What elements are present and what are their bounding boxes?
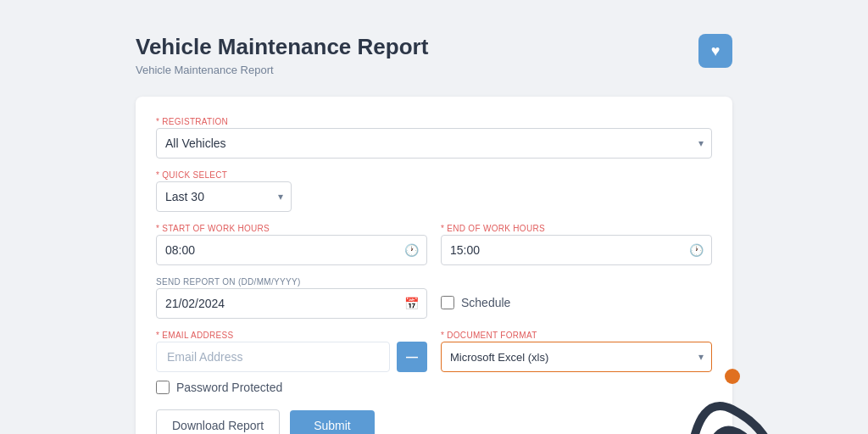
start-hours-label: * START OF WORK HOURS (156, 224, 427, 233)
email-col: * Email Address — (156, 331, 427, 372)
heart-icon: ♥ (711, 42, 721, 60)
start-hours-col: * START OF WORK HOURS 🕐 (156, 224, 427, 265)
end-hours-input-wrapper: 🕐 (441, 235, 712, 265)
form-card: * REGISTRATION All Vehicles ▾ * QUICK SE… (136, 97, 732, 434)
download-report-button[interactable]: Download Report (156, 409, 280, 434)
page-subtitle: Vehicle Maintenance Report (136, 64, 732, 76)
email-document-row: * Email Address — * DOCUMENT FORMAT Micr… (156, 331, 712, 372)
password-protected-checkbox[interactable] (156, 381, 170, 394)
email-input-wrapper (156, 342, 390, 372)
logo-dot (725, 369, 740, 384)
send-report-col: SEND REPORT ON (DD/MM/YYYY) 📅 (156, 277, 427, 319)
page-wrapper: ♥ Vehicle Maintenance Report Vehicle Mai… (0, 0, 868, 434)
password-protected-label: Password Protected (176, 381, 282, 394)
page-title: Vehicle Maintenance Report (136, 34, 732, 60)
document-format-wrapper: Microsoft Excel (xls) PDF CSV ▾ (441, 342, 712, 372)
submit-button[interactable]: Submit (290, 410, 375, 434)
registration-field-group: * REGISTRATION All Vehicles ▾ (156, 117, 712, 159)
password-row: Password Protected (156, 381, 712, 394)
end-hours-col: * END OF WORK HOURS 🕐 (441, 224, 712, 265)
schedule-col: Schedule (441, 277, 712, 319)
quick-select-col: * QUICK SELECT Last 30 Last 7 days Last … (156, 170, 292, 212)
document-format-select[interactable]: Microsoft Excel (xls) PDF CSV (441, 342, 712, 372)
favourite-button[interactable]: ♥ (698, 34, 732, 68)
registration-label: * REGISTRATION (156, 117, 712, 126)
end-hours-input[interactable] (441, 235, 712, 265)
start-hours-input-wrapper: 🕐 (156, 235, 427, 265)
document-format-label: * DOCUMENT FORMAT (441, 331, 712, 340)
registration-select-wrapper: All Vehicles ▾ (156, 128, 712, 159)
email-label: * Email Address (156, 331, 427, 340)
send-report-input-wrapper: 📅 (156, 288, 427, 319)
schedule-row: Schedule (441, 277, 712, 309)
dash-icon: — (406, 350, 418, 364)
end-hours-label: * END OF WORK HOURS (441, 224, 712, 233)
email-add-button[interactable]: — (397, 342, 427, 372)
email-row: — (156, 342, 427, 372)
start-hours-input[interactable] (156, 235, 427, 265)
send-report-label: SEND REPORT ON (DD/MM/YYYY) (156, 277, 427, 287)
registration-select[interactable]: All Vehicles (156, 128, 712, 159)
send-report-input[interactable] (156, 288, 427, 319)
email-input[interactable] (156, 342, 390, 372)
date-schedule-row: SEND REPORT ON (DD/MM/YYYY) 📅 Schedule (156, 277, 712, 319)
work-hours-row: * START OF WORK HOURS 🕐 * END OF WORK HO… (156, 224, 712, 265)
quick-select-wrapper: Last 30 Last 7 days Last 14 days This Mo… (156, 181, 292, 212)
logo-arc-icon (682, 384, 783, 434)
schedule-label: Schedule (461, 296, 510, 309)
quick-select-row: * QUICK SELECT Last 30 Last 7 days Last … (156, 170, 712, 212)
action-row: Download Report Submit (156, 409, 712, 434)
quick-select-label: * QUICK SELECT (156, 170, 292, 180)
logo-decoration (682, 369, 783, 434)
quick-select[interactable]: Last 30 Last 7 days Last 14 days This Mo… (156, 181, 292, 212)
schedule-checkbox[interactable] (441, 296, 454, 309)
document-format-col: * DOCUMENT FORMAT Microsoft Excel (xls) … (441, 331, 712, 372)
